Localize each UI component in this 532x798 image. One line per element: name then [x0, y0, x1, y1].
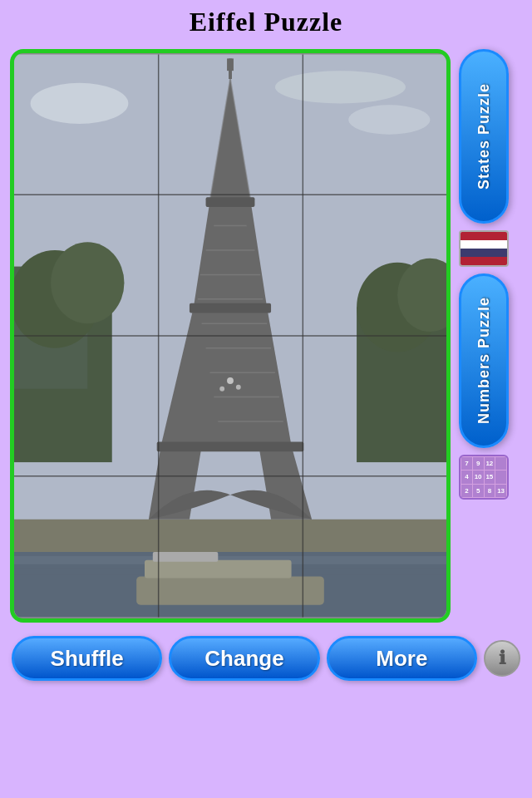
svg-rect-41 — [227, 58, 234, 71]
svg-rect-12 — [14, 552, 446, 617]
svg-line-23 — [209, 79, 230, 201]
flag-stripe-red-top — [461, 232, 507, 240]
svg-rect-11 — [14, 520, 446, 552]
numbers-cell: 12 — [485, 457, 495, 470]
page-title: Eiffel Puzzle — [0, 0, 532, 42]
svg-rect-16 — [145, 560, 292, 579]
svg-rect-34 — [206, 197, 255, 207]
numbers-cell: 10 — [473, 470, 484, 483]
svg-point-9 — [357, 263, 438, 352]
states-puzzle-button[interactable]: States Puzzle — [459, 49, 509, 224]
svg-rect-35 — [190, 303, 271, 313]
svg-point-10 — [397, 259, 446, 332]
svg-marker-20 — [161, 308, 292, 446]
info-button[interactable]: ℹ — [484, 640, 520, 677]
flag-icon[interactable] — [459, 230, 509, 267]
numbers-puzzle-button[interactable]: Numbers Puzzle — [459, 273, 509, 448]
svg-rect-13 — [14, 556, 446, 564]
change-button[interactable]: Change — [169, 636, 319, 681]
svg-rect-0 — [14, 55, 446, 618]
svg-rect-14 — [14, 569, 446, 575]
numbers-cell: 2 — [461, 485, 472, 497]
svg-point-37 — [227, 377, 234, 384]
numbers-cell: 9 — [473, 457, 484, 470]
more-button[interactable]: More — [327, 636, 477, 681]
main-area: States Puzzle Numbers Puzzle 79124101525… — [0, 42, 532, 623]
numbers-cell: 8 — [485, 485, 495, 497]
numbers-cell: 5 — [473, 485, 484, 497]
svg-marker-18 — [209, 79, 250, 201]
svg-point-38 — [219, 387, 224, 392]
bottom-bar: Shuffle Change More ℹ — [0, 628, 532, 689]
numbers-cell — [495, 457, 506, 470]
svg-rect-8 — [357, 308, 446, 462]
svg-point-2 — [275, 71, 406, 103]
svg-point-39 — [236, 385, 241, 390]
numbers-puzzle-label: Numbers Puzzle — [475, 297, 493, 424]
svg-marker-21 — [149, 446, 202, 519]
shuffle-button[interactable]: Shuffle — [12, 636, 162, 681]
svg-point-1 — [31, 83, 129, 124]
svg-point-7 — [51, 242, 124, 323]
svg-line-24 — [230, 79, 251, 201]
numbers-cell — [495, 470, 506, 483]
svg-rect-17 — [153, 552, 218, 562]
svg-point-3 — [348, 105, 430, 134]
puzzle-board[interactable] — [10, 49, 451, 623]
svg-rect-15 — [136, 576, 324, 604]
numbers-preview-icon[interactable]: 79124101525813 — [459, 455, 509, 500]
states-puzzle-label: States Puzzle — [475, 83, 493, 190]
svg-rect-4 — [14, 299, 112, 462]
sidebar: States Puzzle Numbers Puzzle 79124101525… — [459, 49, 509, 500]
svg-marker-19 — [194, 201, 267, 308]
numbers-cell: 13 — [495, 485, 506, 497]
svg-rect-5 — [14, 267, 87, 389]
svg-marker-22 — [259, 446, 312, 519]
flag-stripe-red-bot — [461, 257, 507, 265]
numbers-cell: 15 — [485, 470, 495, 483]
flag-stripe-blue — [461, 249, 507, 257]
flag-stripe-white — [461, 240, 507, 249]
svg-rect-36 — [157, 442, 304, 452]
numbers-cell: 4 — [461, 470, 472, 483]
svg-point-6 — [14, 250, 100, 348]
numbers-cell: 7 — [461, 457, 472, 470]
